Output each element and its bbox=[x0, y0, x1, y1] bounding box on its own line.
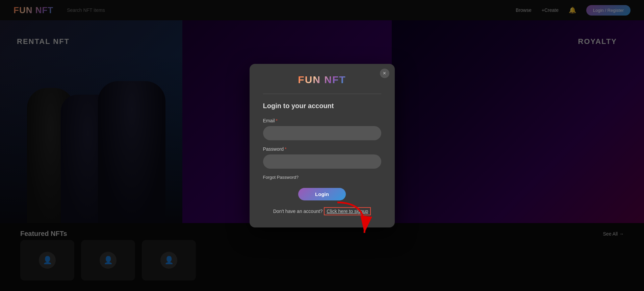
login-modal: × FUN NFT Login to your account Email* P… bbox=[250, 64, 395, 227]
signup-link[interactable]: Click here to signup bbox=[324, 207, 371, 215]
password-input[interactable] bbox=[263, 154, 381, 169]
email-input[interactable] bbox=[263, 126, 381, 140]
email-label: Email* bbox=[263, 118, 381, 123]
modal-logo-text: FUN NFT bbox=[298, 74, 346, 85]
email-group: Email* bbox=[263, 118, 381, 140]
modal-title: Login to your account bbox=[263, 102, 381, 110]
password-label: Password* bbox=[263, 146, 381, 152]
password-group: Password* bbox=[263, 146, 381, 169]
modal-overlay: × FUN NFT Login to your account Email* P… bbox=[0, 0, 644, 291]
forgot-password-link[interactable]: Forgot Password? bbox=[263, 175, 381, 180]
modal-divider bbox=[263, 94, 381, 94]
login-button[interactable]: Login bbox=[298, 188, 346, 200]
modal-close-button[interactable]: × bbox=[380, 69, 389, 78]
no-account-text: Don't have an account? bbox=[273, 209, 323, 214]
signup-row: Don't have an account? Click here to sig… bbox=[263, 209, 381, 214]
modal-logo-area: FUN NFT bbox=[263, 74, 381, 86]
